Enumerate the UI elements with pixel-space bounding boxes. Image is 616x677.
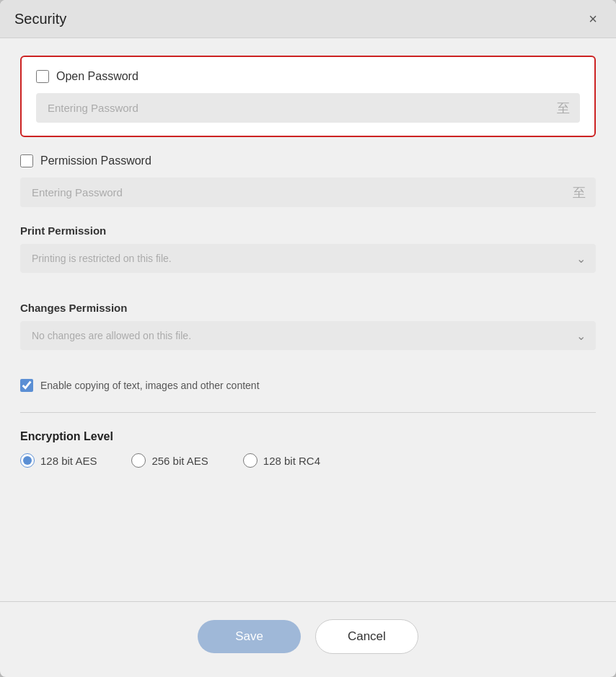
close-button[interactable]: × [584,10,602,27]
encryption-label-128rc4: 128 bit RC4 [263,455,320,467]
print-permission-label: Print Permission [20,224,596,237]
dialog-footer: Save Cancel [0,602,616,677]
open-password-section: Open Password ⾄ [20,56,596,137]
open-password-label: Open Password [56,70,138,83]
permission-password-checkbox[interactable] [20,154,33,167]
copying-label: Enable copying of text, images and other… [40,380,260,391]
copying-checkbox[interactable] [20,379,33,392]
permission-password-eye-icon[interactable]: ⾄ [573,184,586,201]
cancel-button[interactable]: Cancel [315,619,418,654]
encryption-label-128aes: 128 bit AES [40,455,97,467]
encryption-title: Encryption Level [20,430,596,443]
print-permission-dropdown-row: Printing is restricted on this file. All… [20,244,596,273]
divider [20,412,596,413]
permission-password-input-row: ⾄ [20,178,596,207]
changes-permission-dropdown-row: No changes are allowed on this file. All… [20,321,596,350]
permission-password-label: Permission Password [40,154,151,167]
encryption-radio-256aes[interactable] [131,453,146,468]
open-password-checkbox-row: Open Password [36,70,580,83]
encryption-label-256aes: 256 bit AES [151,455,208,467]
dialog-header: Security × [0,0,616,38]
encryption-radio-128aes[interactable] [20,453,35,468]
permission-password-checkbox-row: Permission Password [20,154,596,167]
open-password-input[interactable] [36,93,580,123]
changes-permission-select[interactable]: No changes are allowed on this file. All… [20,321,596,350]
changes-permission-label: Changes Permission [20,302,596,314]
encryption-option-128rc4: 128 bit RC4 [243,453,320,468]
dialog-body: Open Password ⾄ Permission Password ⾄ Pr… [0,38,616,601]
dialog-title: Security [14,11,66,27]
open-password-input-row: ⾄ [36,93,580,123]
security-dialog: Security × Open Password ⾄ Permission Pa… [0,0,616,677]
print-permission-select[interactable]: Printing is restricted on this file. All… [20,244,596,273]
copying-row: Enable copying of text, images and other… [20,379,596,392]
permission-password-section: Permission Password ⾄ [20,154,596,207]
encryption-radio-128rc4[interactable] [243,453,258,468]
permission-password-input[interactable] [20,178,596,207]
print-permission-field: Print Permission Printing is restricted … [20,224,596,287]
changes-permission-field: Changes Permission No changes are allowe… [20,302,596,364]
open-password-checkbox[interactable] [36,70,49,83]
encryption-option-256aes: 256 bit AES [131,453,208,468]
encryption-option-128aes: 128 bit AES [20,453,97,468]
encryption-radio-group: 128 bit AES 256 bit AES 128 bit RC4 [20,453,596,468]
save-button[interactable]: Save [198,620,301,653]
encryption-section: Encryption Level 128 bit AES 256 bit AES… [20,430,596,468]
open-password-eye-icon[interactable]: ⾄ [557,100,570,117]
